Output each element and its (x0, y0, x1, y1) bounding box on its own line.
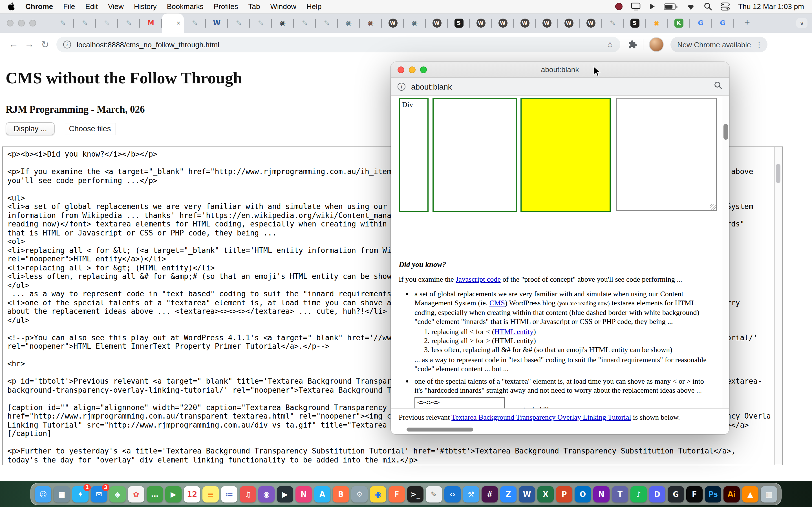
tutorial-link[interactable]: Textarea Background Transparency Overlay… (451, 413, 631, 421)
address-bar[interactable]: i localhost:8888/cms_no_follow_through.h… (56, 37, 620, 52)
more-menu-icon[interactable]: ⋮ (755, 40, 764, 49)
html-entity-link[interactable]: HTML entity (495, 327, 534, 336)
dock-icon-excel[interactable]: X (538, 486, 554, 502)
popup-horizontal-scrollbar-thumb[interactable] (407, 428, 473, 432)
popup-close-button[interactable] (398, 66, 404, 73)
browser-tab[interactable]: ✎ (228, 13, 250, 33)
dock-icon-mail[interactable]: ✉ 3 (91, 486, 107, 502)
profile-avatar[interactable] (649, 37, 664, 52)
spotlight-search-icon[interactable] (704, 2, 712, 11)
menu-item[interactable]: Tab (248, 2, 260, 11)
inline-demo-textarea[interactable]: <><><> (414, 397, 505, 408)
menu-item[interactable]: View (108, 2, 124, 11)
textarea-scrollbar-thumb[interactable] (776, 164, 780, 183)
display-button[interactable]: Display ... (6, 122, 55, 135)
browser-tab[interactable]: M (140, 13, 162, 33)
browser-tab[interactable]: ✎ (118, 13, 140, 33)
dock-icon-app-store[interactable]: A (314, 486, 331, 502)
menu-item[interactable]: Window (270, 2, 297, 11)
menu-item[interactable]: Profiles (214, 2, 238, 11)
browser-tab[interactable]: ◉ (338, 13, 360, 33)
control-center-icon[interactable] (721, 2, 730, 11)
reload-button[interactable]: ↻ (37, 39, 53, 50)
browser-tab[interactable]: ◉ (360, 13, 382, 33)
window-close-button[interactable] (7, 20, 13, 26)
display-mirroring-icon[interactable] (631, 2, 641, 11)
resize-grip-icon[interactable] (710, 204, 716, 210)
dock-icon-teams[interactable]: T (612, 486, 628, 502)
dock-icon-trash[interactable]: ▥ (761, 486, 777, 502)
dock-icon-safari[interactable]: ✦ 1 (72, 486, 89, 502)
popup-vertical-scrollbar[interactable] (722, 96, 728, 408)
battery-icon[interactable] (664, 3, 678, 10)
browser-tab[interactable]: W (382, 13, 404, 33)
browser-tab[interactable]: S (448, 13, 470, 33)
site-info-icon[interactable]: i (63, 41, 71, 48)
dock-icon-illustrator[interactable]: Ai (723, 486, 740, 502)
browser-tab[interactable]: W (492, 13, 514, 33)
dock-icon-reminders[interactable]: ≔ (221, 486, 238, 502)
dock-icon-discord[interactable]: D (649, 486, 665, 502)
browser-tab[interactable]: × (162, 13, 184, 33)
popup-title-bar[interactable]: about:blank (391, 62, 729, 78)
menu-item[interactable]: Help (306, 2, 322, 11)
dock-icon-podcasts[interactable]: ◉ (258, 486, 274, 502)
bookmark-star-icon[interactable]: ☆ (606, 40, 613, 49)
browser-tab[interactable]: W (580, 13, 602, 33)
popup-address-bar[interactable]: i about:blank (391, 78, 729, 96)
dock-icon-github[interactable]: G (668, 486, 684, 502)
update-chrome-button[interactable]: New Chrome available ⋮ (670, 37, 767, 52)
browser-tab[interactable]: W (514, 13, 536, 33)
apple-menu-icon[interactable] (8, 2, 15, 11)
browser-tab[interactable]: ✎ (52, 13, 74, 33)
menu-item[interactable]: Edit (85, 2, 98, 11)
browser-tab[interactable]: ◉ (272, 13, 294, 33)
dock-icon-terminal[interactable]: >_ (407, 486, 423, 502)
address-url[interactable]: localhost:8888/cms_no_follow_through.htm… (77, 40, 606, 49)
textarea-scrollbar[interactable] (774, 147, 782, 465)
window-zoom-button[interactable] (29, 20, 36, 26)
dock-icon-textedit[interactable]: ✎ (426, 486, 442, 502)
browser-tab[interactable]: G (712, 13, 733, 33)
extensions-icon[interactable] (628, 40, 637, 49)
dock-icon-vlc[interactable]: ▲ (742, 486, 758, 502)
demo-textarea-box[interactable] (616, 98, 717, 211)
browser-tab[interactable]: ◉ (404, 13, 426, 33)
popup-vertical-scrollbar-thumb[interactable] (723, 124, 728, 140)
dock-icon-powerpoint[interactable]: P (556, 486, 572, 502)
dock-icon-photoshop[interactable]: Ps (705, 486, 721, 502)
browser-tab[interactable]: ✎ (184, 13, 206, 33)
browser-tab[interactable]: W (536, 13, 558, 33)
tab-search-chevron-icon[interactable]: ∨ (796, 18, 808, 28)
dock-icon-facetime[interactable]: ▶ (165, 486, 182, 502)
dock-icon-vscode[interactable]: ‹› (444, 486, 461, 502)
browser-tab[interactable]: ✎ (316, 13, 338, 33)
browser-tab[interactable]: ✎ (74, 13, 96, 33)
dock-icon-tv[interactable]: ▶ (277, 486, 293, 502)
browser-tab[interactable]: W (426, 13, 448, 33)
dock-icon-onenote[interactable]: N (593, 486, 610, 502)
dock-icon-settings[interactable]: ⚙ (351, 486, 368, 502)
popup-zoom-button[interactable] (420, 66, 427, 73)
menu-item[interactable]: History (134, 2, 157, 11)
forward-button[interactable]: → (21, 39, 37, 50)
dock-icon-notes[interactable]: ≡ (202, 486, 219, 502)
tab-close-icon[interactable]: × (176, 18, 181, 27)
popup-address-url[interactable]: about:blank (411, 82, 708, 91)
dock-icon-xcode[interactable]: ⚒ (463, 486, 479, 502)
dock-icon-chrome[interactable]: ◉ (370, 486, 386, 502)
popup-search-icon[interactable] (714, 81, 722, 92)
menu-app-name[interactable]: Chrome (26, 2, 53, 11)
new-tab-button[interactable]: + (740, 17, 755, 28)
popup-minimize-button[interactable] (409, 66, 416, 73)
browser-tab[interactable]: S (624, 13, 646, 33)
browser-tab[interactable]: ✎ (294, 13, 316, 33)
javascript-code-link[interactable]: Javascript code (456, 275, 501, 283)
browser-tab[interactable]: K (668, 13, 690, 33)
back-button[interactable]: ← (6, 39, 21, 50)
browser-tab[interactable]: ◉ (646, 13, 668, 33)
dock-icon-news[interactable]: N (296, 486, 312, 502)
cms-link[interactable]: CMS (490, 298, 505, 307)
dock-icon-slack[interactable]: # (481, 486, 498, 502)
dock-icon-spotify[interactable]: ♪ (630, 486, 647, 502)
